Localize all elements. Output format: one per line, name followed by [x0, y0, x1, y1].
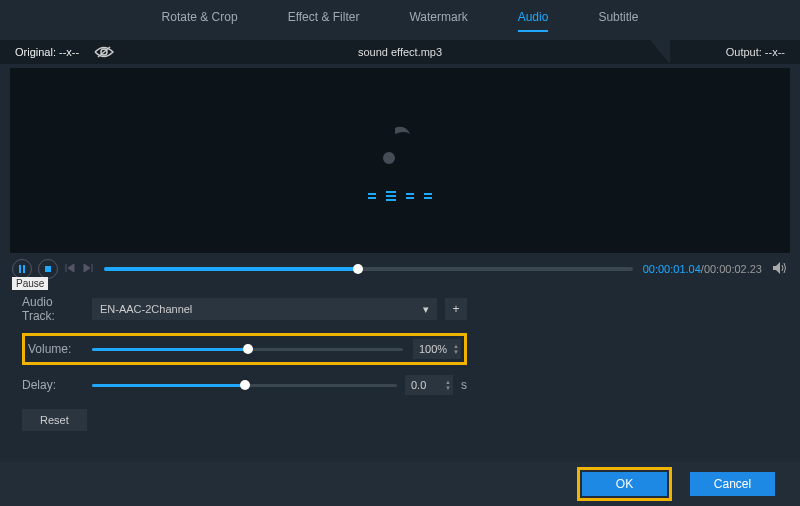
volume-spinner[interactable]: 100% ▲▼ [413, 339, 461, 359]
equalizer-icon [368, 191, 432, 201]
volume-icon[interactable] [772, 261, 788, 278]
volume-slider[interactable] [92, 348, 403, 351]
tab-bar: Rotate & Crop Effect & Filter Watermark … [0, 0, 800, 40]
volume-label: Volume: [28, 342, 82, 356]
svg-rect-2 [19, 265, 21, 273]
time-total: 00:00:02.23 [704, 263, 762, 275]
player-controls: Pause 00:00:01.04/00:00:02.23 [0, 253, 800, 281]
filename-label: sound effect.mp3 [358, 46, 442, 58]
stop-button[interactable] [38, 259, 58, 279]
prev-button[interactable] [64, 262, 76, 277]
audio-track-label: Audio Track: [22, 295, 84, 323]
delay-label: Delay: [22, 378, 84, 392]
info-bar: Original: --x-- sound effect.mp3 Output:… [0, 40, 800, 64]
delay-value: 0.0 [411, 379, 426, 391]
chevron-down-icon: ▾ [423, 303, 429, 316]
spin-down-icon[interactable]: ▼ [445, 385, 451, 391]
cancel-button[interactable]: Cancel [690, 472, 775, 496]
timeline-slider[interactable] [104, 267, 633, 271]
ok-button[interactable]: OK [582, 472, 667, 496]
tab-rotate-crop[interactable]: Rotate & Crop [162, 10, 238, 32]
tab-audio[interactable]: Audio [518, 10, 549, 32]
time-current: 00:00:01.04 [643, 263, 701, 275]
spin-down-icon[interactable]: ▼ [453, 349, 459, 355]
audio-track-dropdown[interactable]: EN-AAC-2Channel ▾ [92, 298, 437, 320]
volume-row-highlight: Volume: 100% ▲▼ [22, 333, 467, 365]
footer: OK Cancel [0, 462, 800, 506]
add-track-button[interactable]: + [445, 298, 467, 320]
svg-rect-4 [45, 266, 51, 272]
volume-value: 100% [419, 343, 447, 355]
preview-area [10, 68, 790, 253]
delay-slider[interactable] [92, 384, 397, 387]
reset-button[interactable]: Reset [22, 409, 87, 431]
pause-tooltip: Pause [12, 277, 48, 290]
next-button[interactable] [82, 262, 94, 277]
tab-watermark[interactable]: Watermark [409, 10, 467, 32]
audio-panel: Audio Track: EN-AAC-2Channel ▾ + Volume:… [0, 281, 800, 455]
music-note-icon [380, 120, 420, 173]
ok-highlight: OK [577, 467, 672, 501]
tab-subtitle[interactable]: Subtitle [598, 10, 638, 32]
svg-rect-3 [23, 265, 25, 273]
original-label: Original: --x-- [15, 46, 79, 58]
time-display: 00:00:01.04/00:00:02.23 [643, 263, 762, 275]
delay-spinner[interactable]: 0.0 ▲▼ [405, 375, 453, 395]
delay-unit: s [461, 378, 467, 392]
audio-track-value: EN-AAC-2Channel [100, 303, 192, 315]
pause-button[interactable] [12, 259, 32, 279]
output-label: Output: --x-- [726, 46, 785, 58]
preview-toggle-icon[interactable] [94, 45, 114, 59]
tab-effect-filter[interactable]: Effect & Filter [288, 10, 360, 32]
